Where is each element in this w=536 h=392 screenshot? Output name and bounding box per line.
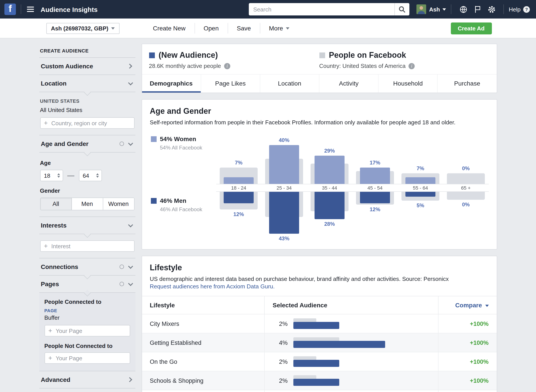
women-bar xyxy=(269,145,299,184)
chevron-down-icon xyxy=(443,8,446,10)
selected-audience-bar xyxy=(293,341,385,348)
info-icon[interactable]: i xyxy=(224,63,230,69)
men-all-facebook-label: 46% All Facebook xyxy=(160,206,202,213)
clear-filter-icon[interactable] xyxy=(119,265,124,269)
men-percent-label: 12% xyxy=(216,211,261,217)
sidebar-item-custom-audience[interactable]: Custom Audience xyxy=(39,58,135,75)
sidebar-item-connections[interactable]: Connections xyxy=(39,258,135,275)
clear-filter-icon[interactable] xyxy=(119,142,124,146)
gear-icon[interactable] xyxy=(486,4,497,15)
compare-value: +67% xyxy=(438,390,497,392)
tab-household[interactable]: Household xyxy=(378,75,437,93)
lifestyle-name: Getting Established xyxy=(142,333,264,352)
tab-location[interactable]: Location xyxy=(260,75,319,93)
chevron-right-icon xyxy=(127,377,132,382)
audience-color-swatch xyxy=(149,52,155,58)
location-section: UNITED STATES All United States + xyxy=(39,92,135,135)
tab-demographics[interactable]: Demographics xyxy=(142,75,201,93)
column-header-compare[interactable]: Compare xyxy=(438,296,497,314)
age-gender-description: Self-reported information from people in… xyxy=(150,119,489,126)
tab-purchase[interactable]: Purchase xyxy=(437,75,497,93)
info-icon[interactable]: i xyxy=(409,63,415,69)
connected-to-label: People Connected to xyxy=(44,299,130,305)
chevron-down-icon xyxy=(286,27,289,29)
tab-activity[interactable]: Activity xyxy=(319,75,378,93)
help-link[interactable]: Help ? xyxy=(509,6,530,13)
age-min-stepper[interactable]: 18 xyxy=(40,170,63,181)
create-ad-button[interactable]: Create Ad xyxy=(451,22,492,34)
audience-header-card: (New Audience) 28.6K monthly active peop… xyxy=(141,44,497,93)
search-input[interactable] xyxy=(249,3,394,15)
open-button[interactable]: Open xyxy=(194,23,228,33)
comparison-country: Country: United States of America xyxy=(319,63,406,69)
menu-icon[interactable] xyxy=(26,5,35,13)
men-bar xyxy=(315,192,344,219)
men-percent-label: 12% xyxy=(352,206,398,212)
age-min-value: 18 xyxy=(44,172,50,179)
sidebar-item-location[interactable]: Location xyxy=(39,75,135,92)
women-legend-label: 54% Women xyxy=(160,135,196,142)
women-bar xyxy=(315,156,344,184)
men-bar xyxy=(405,192,435,197)
tab-page-likes[interactable]: Page Likes xyxy=(201,75,260,93)
age-range-dash: — xyxy=(67,172,74,179)
age-max-value: 64 xyxy=(83,172,89,179)
acxiom-link[interactable]: Request audiences here from Acxiom Data … xyxy=(150,283,275,290)
facebook-logo[interactable]: f xyxy=(5,4,16,15)
divider xyxy=(451,5,451,14)
not-connected-page-input[interactable] xyxy=(55,354,129,362)
gender-all-button[interactable]: All xyxy=(40,198,71,210)
lifestyle-row: Getting Established4%+100% xyxy=(142,333,497,352)
connected-page-input[interactable] xyxy=(55,327,129,334)
women-percent-label: 0% xyxy=(443,165,489,172)
clear-filter-icon[interactable] xyxy=(119,282,124,286)
chevron-right-icon xyxy=(127,64,132,69)
age-group-column: 40%25 - 3443% xyxy=(261,133,307,242)
lifestyle-name: City Mixers xyxy=(142,314,264,333)
location-input[interactable] xyxy=(51,119,134,127)
women-all-facebook-bar xyxy=(447,173,485,184)
chart-legend: 54% Women 54% All Facebook 46% Men 46% A… xyxy=(150,133,216,242)
location-label: Location xyxy=(41,80,129,87)
men-legend-swatch xyxy=(151,198,156,204)
interest-input[interactable] xyxy=(51,242,134,250)
gender-men-button[interactable]: Men xyxy=(71,198,103,210)
toolbar-actions: Create New Open Save More xyxy=(144,23,298,33)
lifestyle-bar-group xyxy=(293,375,430,386)
avatar[interactable] xyxy=(416,5,426,14)
women-percent-label: 40% xyxy=(261,137,307,143)
age-gender-section: Age 18 — 64 Gender All Men Wome xyxy=(39,153,135,217)
audience-size: 28.6K monthly active people xyxy=(149,63,221,69)
search-button[interactable] xyxy=(394,3,409,15)
question-icon: ? xyxy=(523,6,530,13)
chevron-down-icon xyxy=(128,264,133,269)
user-menu[interactable]: Ash xyxy=(429,6,446,13)
women-percent-label: 29% xyxy=(307,148,352,154)
lifestyle-name: On the Go xyxy=(142,352,264,371)
women-all-facebook-label: 54% All Facebook xyxy=(160,145,202,151)
sidebar-item-age-gender[interactable]: Age and Gender xyxy=(39,135,135,153)
plus-icon: + xyxy=(44,119,48,126)
selected-audience-header: (New Audience) 28.6K monthly active peop… xyxy=(149,51,319,69)
age-gender-card: Age and Gender Self-reported information… xyxy=(141,99,497,250)
more-button[interactable]: More xyxy=(260,23,298,33)
create-new-button[interactable]: Create New xyxy=(144,23,194,33)
account-dropdown[interactable]: Ash (26987032, GBP) xyxy=(46,23,119,34)
not-connected-page-input-wrap: + xyxy=(44,352,130,364)
compare-value: +100% xyxy=(438,352,497,371)
sidebar-item-advanced[interactable]: Advanced xyxy=(39,371,135,388)
age-max-stepper[interactable]: 64 xyxy=(79,170,102,181)
selected-page[interactable]: Buffer xyxy=(44,314,130,321)
globe-icon[interactable] xyxy=(458,4,469,15)
save-button[interactable]: Save xyxy=(228,23,260,33)
location-value: All United States xyxy=(40,107,134,113)
lifestyle-row: Career Building5%+67% xyxy=(142,390,497,392)
lifestyle-table: Lifestyle Selected Audience Compare City… xyxy=(142,296,497,392)
compare-value: +100% xyxy=(438,371,497,390)
gender-women-button[interactable]: Women xyxy=(103,198,134,210)
flag-icon[interactable] xyxy=(472,4,483,15)
sidebar-heading: CREATE AUDIENCE xyxy=(39,44,135,58)
topbar-left: f Audience Insights xyxy=(5,4,98,15)
sidebar-item-interests[interactable]: Interests xyxy=(39,217,135,234)
lifestyle-description: US demographic and interest data based o… xyxy=(150,275,489,282)
